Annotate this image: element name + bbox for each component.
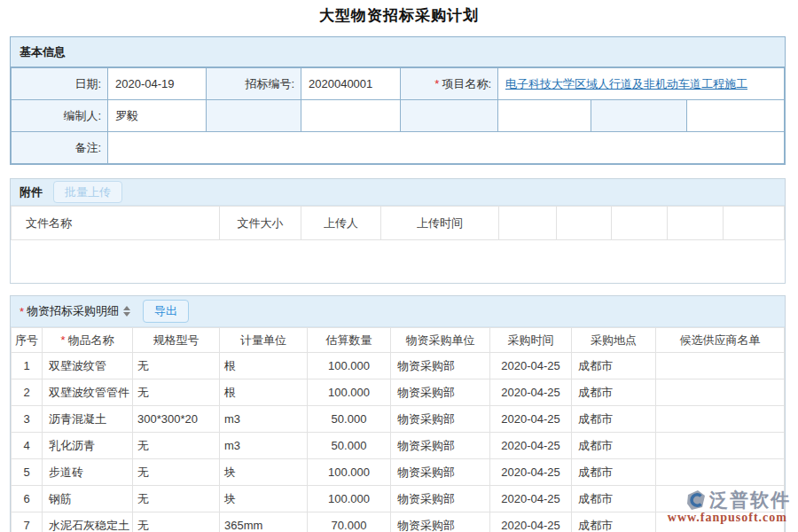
table-cell: 100.000 <box>308 353 391 379</box>
table-cell: 100.000 <box>308 486 391 512</box>
table-cell: 成都市 <box>572 433 656 459</box>
table-row: 4乳化沥青无m350.000物资采购部2020-04-25成都市 <box>12 433 785 459</box>
table-cell: 双壁波纹管管件 <box>43 379 133 406</box>
empty-value-cell <box>687 100 785 132</box>
col-empty <box>724 207 785 240</box>
basic-info-title: 基本信息 <box>20 44 66 60</box>
table-cell <box>656 406 785 433</box>
table-cell: 双壁波纹管 <box>43 353 133 379</box>
table-cell: 成都市 <box>572 486 656 512</box>
col-purchase-place: 采购地点 <box>572 328 656 353</box>
table-cell: m3 <box>220 406 308 433</box>
basic-info-section: 基本信息 日期: 2020-04-19 招标编号: 2020040001 *项目… <box>10 36 786 165</box>
vendor-url: www.fanpusoft.com <box>668 511 787 525</box>
bid-no-value: 2020040001 <box>301 68 401 100</box>
attachments-table: 文件名称 文件大小 上传人 上传时间 <box>11 206 785 240</box>
empty-label-cell <box>207 100 301 132</box>
table-cell: 2020-04-25 <box>490 379 572 406</box>
table-cell: 50.000 <box>308 406 391 433</box>
col-file-size: 文件大小 <box>220 207 301 240</box>
table-cell <box>656 433 785 459</box>
sort-updown-icon[interactable] <box>123 306 130 317</box>
empty-value-cell <box>301 100 401 132</box>
col-upload-time: 上传时间 <box>381 207 499 240</box>
table-row: 3沥青混凝土300*300*20m350.000物资采购部2020-04-25成… <box>12 406 785 433</box>
required-asterisk: * <box>20 305 24 318</box>
col-empty <box>499 207 557 240</box>
col-empty <box>557 207 612 240</box>
export-button[interactable]: 导出 <box>143 300 189 323</box>
table-cell: 成都市 <box>572 459 656 486</box>
table-cell: 根 <box>220 379 308 406</box>
table-cell: 无 <box>133 379 220 406</box>
table-cell: 成都市 <box>572 379 656 406</box>
basic-row-1: 日期: 2020-04-19 招标编号: 2020040001 *项目名称: 电… <box>12 68 785 100</box>
col-estimated-qty: 估算数量 <box>308 328 391 353</box>
project-name-cell: 电子科技大学区域人行道及非机动车道工程施工 <box>498 68 785 100</box>
table-cell: 无 <box>133 512 220 532</box>
table-cell: 成都市 <box>572 353 656 379</box>
attachments-header-row: 文件名称 文件大小 上传人 上传时间 <box>12 207 785 240</box>
table-cell: 物资采购部 <box>391 379 490 406</box>
date-value: 2020-04-19 <box>108 68 207 100</box>
required-asterisk: * <box>60 333 65 347</box>
table-cell: 2020-04-25 <box>490 459 572 486</box>
table-cell: 50.000 <box>308 433 391 459</box>
table-cell: 块 <box>220 459 308 486</box>
table-cell: 步道砖 <box>43 459 133 486</box>
remark-label: 备注: <box>12 132 108 164</box>
attachments-title: 附件 <box>20 184 43 200</box>
col-purchase-unit: 物资采购单位 <box>391 328 490 353</box>
table-cell: 2020-04-25 <box>490 433 572 459</box>
empty-value-cell <box>498 100 591 132</box>
table-row: 2双壁波纹管管件无根100.000物资采购部2020-04-25成都市 <box>12 379 785 406</box>
table-cell <box>656 379 785 406</box>
table-cell: 2020-04-25 <box>490 353 572 379</box>
table-cell: 成都市 <box>572 512 656 532</box>
table-cell: 5 <box>12 459 43 486</box>
table-cell: 成都市 <box>572 406 656 433</box>
table-cell: 物资采购部 <box>391 433 490 459</box>
basic-row-3: 备注: <box>12 132 785 164</box>
attachments-empty-area <box>11 240 785 283</box>
col-candidate-suppliers: 候选供应商名单 <box>656 328 785 353</box>
sort-down-arrow <box>123 312 130 317</box>
table-cell: 7 <box>12 512 43 532</box>
detail-header-row: 序号 *物品名称 规格型号 计量单位 估算数量 物资采购单位 采购时间 采购地点… <box>12 328 785 353</box>
table-cell: 1 <box>12 353 43 379</box>
table-cell: 2020-04-25 <box>490 406 572 433</box>
empty-label-cell <box>591 100 687 132</box>
table-cell: 无 <box>133 353 220 379</box>
table-cell: 物资采购部 <box>391 512 490 532</box>
sort-up-arrow <box>123 306 130 310</box>
attachments-section: 附件 批量上传 文件名称 文件大小 上传人 上传时间 <box>10 178 786 284</box>
project-name-link[interactable]: 电子科技大学区域人行道及非机动车道工程施工 <box>505 77 747 90</box>
vendor-name: 泛普软件 <box>709 488 791 512</box>
table-cell <box>656 459 785 486</box>
col-file-name: 文件名称 <box>12 207 220 240</box>
empty-label-cell <box>401 100 498 132</box>
table-cell: 365mm <box>220 512 308 532</box>
table-cell: 2020-04-25 <box>490 512 572 532</box>
compiler-label: 编制人: <box>12 100 108 132</box>
table-cell: 物资采购部 <box>391 459 490 486</box>
table-cell: 物资采购部 <box>391 406 490 433</box>
basic-row-2: 编制人: 罗毅 <box>12 100 785 132</box>
table-cell: 100.000 <box>308 379 391 406</box>
table-cell: 钢筋 <box>43 486 133 512</box>
col-spec-model: 规格型号 <box>133 328 220 353</box>
col-seq: 序号 <box>12 328 43 353</box>
batch-upload-button[interactable]: 批量上传 <box>53 181 122 204</box>
fanpu-logo-icon <box>685 489 708 512</box>
date-label: 日期: <box>12 68 108 100</box>
table-row: 1双壁波纹管无根100.000物资采购部2020-04-25成都市 <box>12 353 785 379</box>
table-cell: 2020-04-25 <box>490 486 572 512</box>
table-cell: 无 <box>133 433 220 459</box>
table-cell <box>656 353 785 379</box>
col-purchase-time: 采购时间 <box>490 328 572 353</box>
table-cell: 水泥石灰稳定土 <box>43 512 133 532</box>
col-empty <box>668 207 724 240</box>
table-cell: 无 <box>133 459 220 486</box>
page-title: 大型物资招标采购计划 <box>0 0 798 26</box>
project-name-label: *项目名称: <box>401 68 498 100</box>
